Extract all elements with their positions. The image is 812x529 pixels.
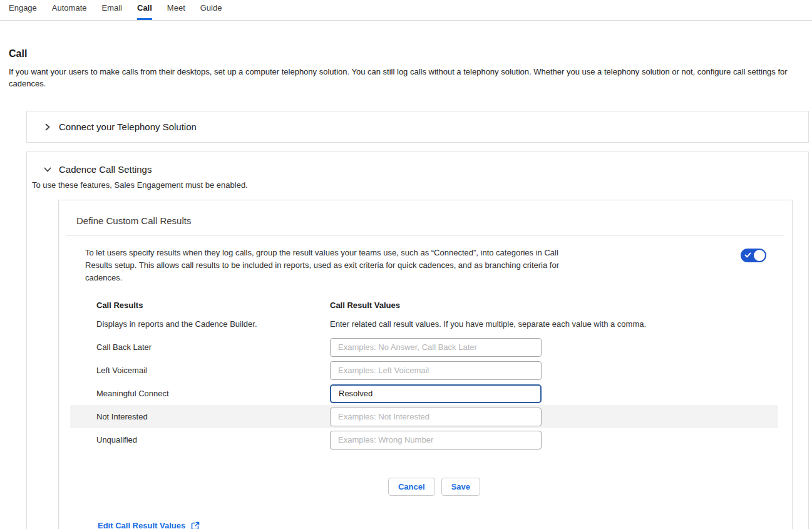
edit-link-row: Edit Call Result Values [98,521,792,529]
call-result-values-input[interactable] [330,408,542,426]
custom-call-results-card: Define Custom Call Results To let users … [58,200,793,529]
table-row-highlighted: Not Interested [70,405,778,428]
col-call-result-values-header: Call Result Values [330,300,778,310]
table-row: Left Voicemail [70,359,778,382]
table-header-row: Call Results Call Result Values [70,300,778,319]
custom-call-results-toggle[interactable] [741,249,766,262]
call-result-values-input-focused[interactable] [330,384,542,403]
chevron-right-icon [43,123,52,131]
table-row: Unqualified [70,428,778,451]
card-intro-row: To let users specify results when they l… [59,236,792,284]
table-row: Call Back Later [70,336,778,359]
cadence-panel-subtitle: To use these features, Sales Engagement … [32,180,808,190]
cancel-button[interactable]: Cancel [388,478,435,496]
telephony-panel-title[interactable]: Connect your Telephony Solution [59,121,197,132]
call-result-label: Left Voicemail [96,366,330,375]
tab-guide[interactable]: Guide [200,0,222,20]
card-description: To let users specify results when they l… [85,247,572,284]
chevron-down-icon [43,165,52,174]
edit-call-result-values-link[interactable]: Edit Call Result Values [98,521,185,529]
call-result-values-input[interactable] [330,431,542,449]
table-subheader-row: Displays in reports and the Cadence Buil… [70,319,778,336]
col-call-results-subheader: Displays in reports and the Cadence Buil… [96,319,330,329]
col-call-results-header: Call Results [96,300,330,310]
cadence-panel-header[interactable]: Cadence Call Settings [27,152,808,175]
call-result-label: Unqualified [96,435,330,444]
call-result-values-input[interactable] [330,338,542,357]
call-results-table: Call Results Call Result Values Displays… [70,300,778,451]
card-title: Define Custom Call Results [59,200,792,226]
table-row: Meaningful Connect [70,382,778,405]
button-row: Cancel Save [68,478,801,496]
call-result-values-input[interactable] [330,361,542,380]
tab-automate[interactable]: Automate [52,0,87,20]
col-call-result-values-subheader: Enter related call result values. If you… [330,319,778,329]
tab-meet[interactable]: Meet [167,0,185,20]
cadence-panel: Cadence Call Settings To use these featu… [26,152,809,529]
telephony-panel[interactable]: Connect your Telephony Solution [26,111,809,143]
tab-engage[interactable]: Engage [9,0,37,20]
call-result-label: Meaningful Connect [96,389,330,398]
toggle-knob [754,250,765,261]
page-description: If you want your users to make calls fro… [9,66,805,90]
page-title: Call [9,48,809,59]
call-result-label: Call Back Later [96,342,330,352]
check-icon [744,252,751,259]
top-tab-bar: Engage Automate Email Call Meet Guide [0,0,812,21]
tab-email[interactable]: Email [101,0,122,20]
call-result-label: Not Interested [96,412,330,421]
cadence-panel-title[interactable]: Cadence Call Settings [59,164,152,175]
external-link-icon[interactable] [191,521,200,529]
tab-call[interactable]: Call [137,0,152,20]
save-button[interactable]: Save [441,478,480,496]
page-content: Call If you want your users to make call… [0,48,812,529]
